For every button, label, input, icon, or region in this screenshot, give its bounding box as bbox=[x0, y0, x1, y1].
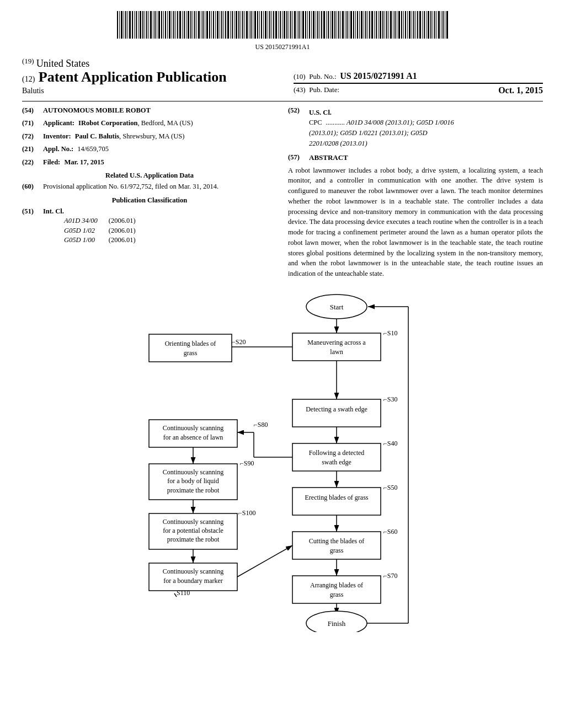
svg-text:for a boundary marker: for a boundary marker bbox=[163, 577, 223, 585]
svg-rect-63 bbox=[249, 11, 249, 39]
svg-rect-80 bbox=[284, 11, 285, 39]
s60-text: Cutting the blades of bbox=[309, 537, 364, 545]
svg-rect-72 bbox=[268, 11, 268, 39]
header-divider bbox=[22, 101, 543, 101]
svg-rect-47 bbox=[215, 11, 216, 39]
svg-rect-88 bbox=[301, 11, 301, 39]
svg-text:proximate the robot: proximate the robot bbox=[167, 536, 220, 543]
svg-rect-139 bbox=[407, 11, 408, 39]
header-left: (19) United States (12) Patent Applicati… bbox=[22, 57, 282, 95]
applicant-field: (71) Applicant: IRobot Corporation, Bedf… bbox=[22, 119, 277, 129]
svg-rect-79 bbox=[282, 11, 282, 39]
barcode-area bbox=[22, 11, 543, 41]
svg-rect-54 bbox=[230, 11, 231, 39]
svg-rect-138 bbox=[405, 11, 406, 39]
svg-rect-64 bbox=[250, 11, 252, 39]
svg-rect-49 bbox=[220, 11, 220, 39]
svg-rect-82 bbox=[289, 11, 289, 39]
svg-rect-116 bbox=[359, 11, 360, 39]
int-cl-grid: A01D 34/00 (2006.01) G05D 1/02 (2006.01)… bbox=[64, 216, 136, 245]
svg-rect-152 bbox=[434, 11, 435, 39]
svg-rect-114 bbox=[355, 11, 356, 39]
svg-rect-107 bbox=[340, 11, 341, 39]
pub-date-value: Oct. 1, 2015 bbox=[498, 85, 543, 95]
s30-text: Detecting a swath edge bbox=[306, 405, 367, 413]
svg-rect-25 bbox=[169, 11, 170, 39]
inventor-field: (72) Inventor: Paul C. Balutis, Shrewsbu… bbox=[22, 132, 277, 142]
s20-text: Orienting blades of bbox=[165, 340, 216, 347]
svg-rect-143 bbox=[415, 11, 416, 39]
svg-rect-65 bbox=[253, 11, 253, 39]
svg-rect-55 bbox=[232, 11, 233, 39]
svg-rect-35 bbox=[190, 11, 191, 39]
appl-no-field: (21) Appl. No.: 14/659,705 bbox=[22, 144, 277, 154]
svg-rect-81 bbox=[286, 11, 287, 39]
svg-rect-145 bbox=[419, 11, 421, 39]
svg-text:swath edge: swath edge bbox=[322, 458, 351, 466]
svg-rect-133 bbox=[395, 11, 396, 39]
svg-rect-147 bbox=[424, 11, 425, 39]
svg-rect-119 bbox=[365, 11, 366, 39]
svg-rect-53 bbox=[227, 11, 229, 39]
svg-rect-134 bbox=[397, 11, 397, 39]
s80-text: Continuously scanning bbox=[163, 424, 223, 432]
svg-rect-21 bbox=[161, 11, 162, 39]
svg-rect-87 bbox=[299, 11, 300, 39]
svg-rect-84 bbox=[292, 11, 293, 39]
svg-rect-149 bbox=[428, 11, 429, 39]
title-field: (54) AUTONOMOUS MOBILE ROBOT bbox=[22, 106, 277, 116]
svg-rect-124 bbox=[376, 11, 377, 39]
svg-rect-154 bbox=[438, 11, 440, 39]
svg-rect-168 bbox=[292, 399, 381, 427]
svg-rect-34 bbox=[188, 11, 189, 39]
svg-rect-51 bbox=[223, 11, 224, 39]
main-content: (54) AUTONOMOUS MOBILE ROBOT (71) Applic… bbox=[22, 106, 543, 279]
svg-rect-141 bbox=[412, 11, 412, 39]
svg-rect-46 bbox=[213, 11, 214, 39]
svg-rect-122 bbox=[371, 11, 373, 39]
svg-rect-43 bbox=[206, 11, 208, 39]
title-value: AUTONOMOUS MOBILE ROBOT bbox=[43, 106, 151, 116]
svg-rect-44 bbox=[209, 11, 210, 39]
svg-rect-91 bbox=[307, 11, 308, 39]
cpc-values: ........... A01D 34/008 (2013.01); G05D … bbox=[309, 119, 454, 147]
svg-rect-144 bbox=[417, 11, 418, 39]
provisional-field: (60) Provisional application No. 61/972,… bbox=[22, 182, 277, 192]
svg-rect-37 bbox=[194, 11, 195, 39]
svg-rect-66 bbox=[254, 11, 256, 39]
svg-text:proximate the robot: proximate the robot bbox=[167, 486, 220, 494]
svg-rect-130 bbox=[388, 11, 389, 39]
svg-rect-100 bbox=[326, 11, 327, 39]
applicant-value: Applicant: IRobot Corporation, Bedford, … bbox=[43, 119, 193, 129]
svg-rect-97 bbox=[319, 11, 320, 39]
svg-rect-23 bbox=[165, 11, 166, 39]
svg-rect-111 bbox=[349, 11, 349, 39]
svg-rect-58 bbox=[238, 11, 239, 39]
svg-rect-96 bbox=[317, 11, 318, 39]
svg-rect-17 bbox=[153, 11, 153, 39]
pub-no-line: (10) Pub. No.: US 2015/0271991 A1 bbox=[294, 71, 543, 81]
svg-rect-6 bbox=[129, 11, 131, 39]
svg-rect-71 bbox=[265, 11, 266, 39]
svg-rect-14 bbox=[146, 11, 147, 39]
svg-rect-68 bbox=[259, 11, 260, 39]
svg-rect-125 bbox=[378, 11, 379, 39]
svg-rect-1 bbox=[119, 11, 120, 39]
svg-rect-89 bbox=[302, 11, 304, 39]
svg-rect-50 bbox=[221, 11, 222, 39]
svg-rect-67 bbox=[257, 11, 258, 39]
svg-rect-92 bbox=[309, 11, 310, 39]
svg-rect-126 bbox=[380, 11, 381, 39]
svg-rect-162 bbox=[292, 333, 381, 361]
page: US 20150271991A1 (19) United States (12)… bbox=[0, 0, 565, 728]
svg-text:grass: grass bbox=[330, 591, 344, 598]
svg-rect-5 bbox=[127, 11, 128, 39]
s60-label: ⌐S60 bbox=[383, 528, 397, 536]
svg-rect-140 bbox=[409, 11, 411, 39]
svg-rect-83 bbox=[290, 11, 291, 39]
s50-text: Erecting blades of grass bbox=[305, 494, 369, 501]
svg-rect-77 bbox=[278, 11, 279, 39]
finish-label: Finish bbox=[328, 619, 346, 628]
svg-rect-103 bbox=[332, 11, 333, 39]
header-right: (10) Pub. No.: US 2015/0271991 A1 (43) P… bbox=[282, 57, 543, 95]
